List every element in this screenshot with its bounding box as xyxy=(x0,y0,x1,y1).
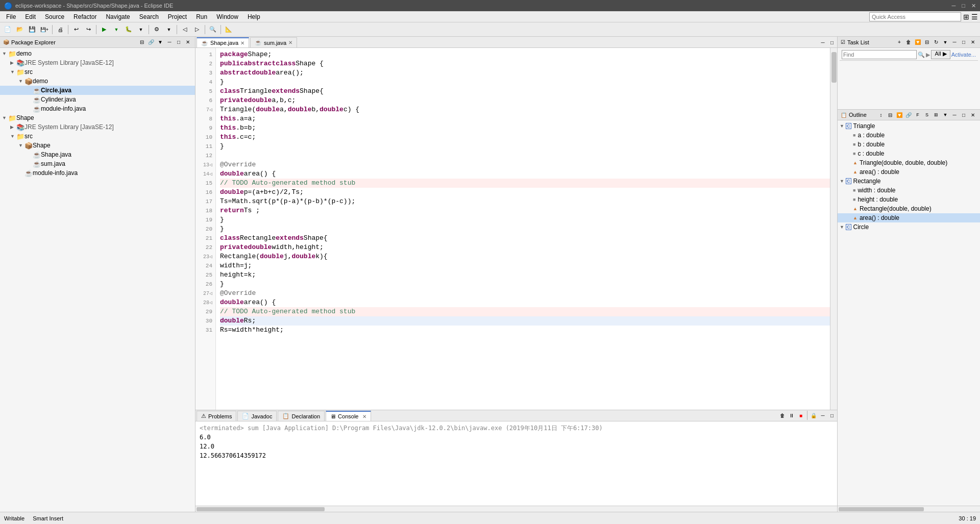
tree-item-1[interactable]: ▶📚JRE System Library [JavaSE-12] xyxy=(0,58,195,67)
console-minimize-btn[interactable]: ─ xyxy=(819,411,827,419)
task-delete-btn[interactable]: 🗑 xyxy=(904,38,913,46)
pkg-maximize-btn[interactable]: □ xyxy=(175,38,183,46)
outline-viewmenu-btn[interactable]: ▼ xyxy=(941,111,949,119)
tree-item-12[interactable]: ☕sum.java xyxy=(0,159,195,168)
run-dropdown-btn[interactable]: ▼ xyxy=(111,24,122,35)
open-btn[interactable]: 📂 xyxy=(14,24,26,35)
outline-hide-fields-btn[interactable]: F xyxy=(914,111,922,119)
tab-shape-java[interactable]: ☕ Shape.java ✕ xyxy=(197,37,249,47)
code-line-14[interactable]: double area() { xyxy=(220,169,830,179)
console-pause-btn[interactable]: ⏸ xyxy=(788,411,796,419)
tree-item-6[interactable]: ☕module-info.java xyxy=(0,104,195,113)
outline-item-1[interactable]: ■a : double xyxy=(838,131,980,140)
toolbar-icon-1[interactable]: ⊞ xyxy=(963,13,969,21)
outline-sort-btn[interactable]: ↕ xyxy=(877,111,885,119)
code-line-3[interactable]: abstract double area(); xyxy=(220,68,830,78)
outline-hscroll[interactable] xyxy=(838,506,980,512)
debug-btn[interactable]: 🐛 xyxy=(123,24,134,35)
task-collapse-btn[interactable]: ⊟ xyxy=(923,38,931,46)
outline-close-btn[interactable]: ✕ xyxy=(969,111,977,119)
pkg-link-btn[interactable]: 🔗 xyxy=(147,38,155,46)
tab-javadoc[interactable]: 📄 Javadoc xyxy=(237,411,277,421)
perspective-btn[interactable]: 📐 xyxy=(223,24,234,35)
code-line-1[interactable]: package Shape; xyxy=(220,50,830,59)
code-line-16[interactable]: double p=(a+b+c)/2,Ts; xyxy=(220,188,830,197)
prev-edit-btn[interactable]: ◁ xyxy=(179,24,190,35)
code-line-23[interactable]: Rectangle(double j,double k){ xyxy=(220,252,830,261)
ext-tools-btn[interactable]: ⚙ xyxy=(151,24,162,35)
console-hscrollbar[interactable] xyxy=(195,506,837,512)
tab-sum-java-close[interactable]: ✕ xyxy=(288,40,292,45)
tree-item-13[interactable]: ☕module-info.java xyxy=(0,168,195,178)
outline-item-8[interactable]: ■height : double xyxy=(838,195,980,204)
menu-help[interactable]: Help xyxy=(243,12,264,21)
tree-item-7[interactable]: ▼📁Shape xyxy=(0,113,195,122)
outline-filter-btn[interactable]: 🔽 xyxy=(895,111,903,119)
outline-item-9[interactable]: ▲Rectangle(double, double) xyxy=(838,204,980,213)
quick-access-input[interactable] xyxy=(869,12,961,21)
task-find-input[interactable] xyxy=(842,50,917,59)
task-refresh-btn[interactable]: ↻ xyxy=(932,38,940,46)
outline-link-btn[interactable]: 🔗 xyxy=(904,111,913,119)
outline-item-2[interactable]: ■b : double xyxy=(838,140,980,149)
tab-console-close[interactable]: ✕ xyxy=(362,414,366,419)
code-line-20[interactable]: } xyxy=(220,224,830,234)
code-line-26[interactable]: } xyxy=(220,280,830,289)
code-line-6[interactable]: private double a,b,c; xyxy=(220,96,830,105)
editor-maximize-btn[interactable]: □ xyxy=(828,38,836,46)
code-line-10[interactable]: this.c=c; xyxy=(220,133,830,142)
menu-project[interactable]: Project xyxy=(164,12,191,21)
outline-minimize-btn[interactable]: ─ xyxy=(950,111,959,119)
menu-window[interactable]: Window xyxy=(212,12,242,21)
menu-file[interactable]: File xyxy=(2,12,20,21)
code-line-8[interactable]: this.a=a; xyxy=(220,114,830,123)
redo-btn[interactable]: ↪ xyxy=(83,24,94,35)
outline-item-5[interactable]: ▲area() : double xyxy=(838,167,980,177)
tab-problems[interactable]: ⚠ Problems xyxy=(197,411,236,421)
outline-expand-btn[interactable]: ⊞ xyxy=(932,111,940,119)
outline-maximize-btn[interactable]: □ xyxy=(960,111,968,119)
save-all-btn[interactable]: 💾+ xyxy=(39,24,50,35)
code-line-15[interactable]: // TODO Auto-generated method stub xyxy=(220,179,830,188)
code-line-21[interactable]: class Rectangle extends Shape{ xyxy=(220,234,830,243)
tab-console[interactable]: 🖥 Console ✕ xyxy=(326,411,371,421)
task-add-btn[interactable]: + xyxy=(895,38,903,46)
code-line-7[interactable]: Triangle(double a,double b,double c) { xyxy=(220,105,830,114)
tree-item-0[interactable]: ▼📁demo xyxy=(0,49,195,58)
tree-item-11[interactable]: ☕Shape.java xyxy=(0,150,195,159)
task-activate-btn[interactable]: Activate... xyxy=(951,52,976,58)
outline-item-3[interactable]: ■c : double xyxy=(838,149,980,158)
outline-item-6[interactable]: ▼CRectangle xyxy=(838,177,980,186)
tree-item-3[interactable]: ▼📦demo xyxy=(0,77,195,86)
undo-btn[interactable]: ↩ xyxy=(70,24,82,35)
toolbar-icon-2[interactable]: ☰ xyxy=(971,13,978,21)
task-minimize-btn[interactable]: ─ xyxy=(950,38,959,46)
task-close-btn[interactable]: ✕ xyxy=(969,38,977,46)
editor-vscrollbar[interactable] xyxy=(830,48,837,410)
task-maximize-btn[interactable]: □ xyxy=(960,38,968,46)
console-clear-btn[interactable]: 🗑 xyxy=(778,411,787,419)
title-bar-controls[interactable]: ─ □ ✕ xyxy=(952,3,976,9)
tree-item-2[interactable]: ▼📁src xyxy=(0,67,195,77)
pkg-close-btn[interactable]: ✕ xyxy=(184,38,192,46)
outline-item-10[interactable]: ▲area() : double xyxy=(838,213,980,222)
code-line-2[interactable]: public abstract class Shape { xyxy=(220,59,830,68)
code-line-29[interactable]: // TODO Auto-generated method stub xyxy=(220,307,830,316)
outline-item-4[interactable]: ▲Triangle(double, double, double) xyxy=(838,158,980,167)
next-edit-btn[interactable]: ▷ xyxy=(191,24,203,35)
code-line-12[interactable] xyxy=(220,151,830,160)
outline-collapse-btn[interactable]: ⊟ xyxy=(886,111,894,119)
code-line-4[interactable]: } xyxy=(220,78,830,87)
menu-search[interactable]: Search xyxy=(135,12,163,21)
tree-item-10[interactable]: ▼📦Shape xyxy=(0,141,195,150)
task-all-btn[interactable]: All ▶ xyxy=(931,50,950,59)
pkg-collapse-btn[interactable]: ⊟ xyxy=(138,38,146,46)
code-line-30[interactable]: double Rs; xyxy=(220,316,830,326)
code-line-24[interactable]: width=j; xyxy=(220,261,830,270)
menu-edit[interactable]: Edit xyxy=(21,12,40,21)
menu-navigate[interactable]: Navigate xyxy=(102,12,134,21)
code-line-27[interactable]: @Override xyxy=(220,289,830,298)
new-btn[interactable]: 📄 xyxy=(2,24,13,35)
tab-shape-java-close[interactable]: ✕ xyxy=(240,40,244,46)
code-content[interactable]: package Shape;public abstract class Shap… xyxy=(216,48,830,410)
